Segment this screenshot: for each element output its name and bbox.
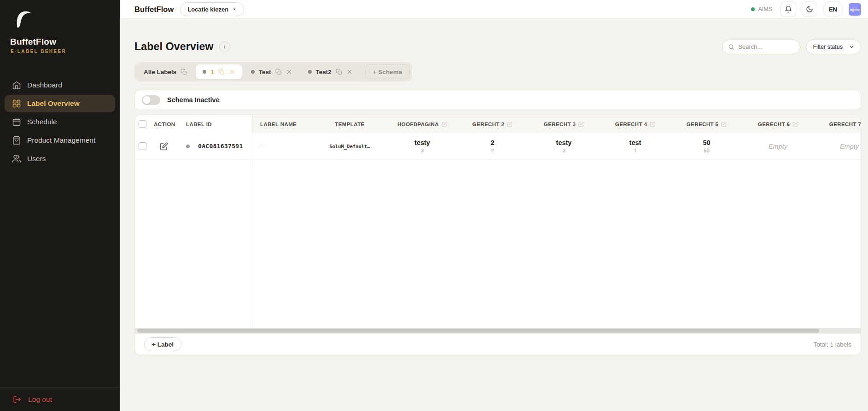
logout-button[interactable]: Log out	[0, 387, 120, 411]
location-picker-label: Locatie kiezen	[187, 6, 228, 13]
sidebar-item-dashboard[interactable]: Dashboard	[5, 76, 115, 94]
sidebar-item-schedule[interactable]: Schedule	[5, 113, 115, 131]
bell-icon	[785, 6, 792, 13]
tab-schema-1[interactable]: 1	[196, 64, 242, 79]
cell-main-value: testy	[414, 139, 430, 146]
gerecht6-cell[interactable]: Empty	[769, 143, 787, 150]
tab-label: 1	[210, 69, 214, 75]
cell-main-value: testy	[556, 139, 572, 146]
gerecht7-cell[interactable]: Empty	[840, 143, 859, 150]
dark-mode-toggle-button[interactable]	[802, 1, 817, 17]
tab-alle-labels[interactable]: Alle Labels	[137, 64, 194, 79]
column-header-gerecht-6: GERECHT 6	[758, 122, 790, 127]
table-footer: + Label Total: 1 labels	[135, 334, 861, 355]
tab-schema-test[interactable]: Test	[244, 64, 299, 79]
close-icon[interactable]	[286, 69, 292, 75]
tab-label: Alle Labels	[144, 69, 176, 75]
schema-toggle-switch[interactable]	[142, 95, 160, 105]
page-title: Label Overview	[134, 41, 214, 53]
users-icon	[12, 154, 21, 163]
sidebar-item-label: Label Overview	[27, 99, 80, 108]
schema-toggle-label: Schema Inactive	[167, 96, 220, 104]
table-header-row: ACTION LABEL ID LABEL NAME TEMPLATE HOOF…	[135, 115, 861, 133]
brand-logo-icon	[12, 8, 33, 30]
brand-tagline: E-LABEL BEHEER	[11, 49, 66, 54]
label-tabs: Alle Labels 1 Test Test2	[134, 62, 412, 81]
edit-column-icon[interactable]	[507, 122, 513, 127]
sidebar-item-users[interactable]: Users	[5, 150, 115, 168]
moon-icon	[806, 6, 813, 13]
calendar-icon	[12, 117, 21, 127]
sidebar-item-product-management[interactable]: Product Management	[5, 132, 115, 149]
close-icon[interactable]	[229, 69, 235, 75]
sidebar: BuffetFlow E-LABEL BEHEER Dashboard Labe…	[0, 0, 120, 411]
copy-icon[interactable]	[218, 69, 225, 75]
total-labels-count: Total: 1 labels	[813, 341, 851, 348]
close-icon[interactable]	[346, 69, 353, 75]
column-header-label-name: LABEL NAME	[260, 122, 297, 127]
search-icon	[728, 44, 734, 50]
sidebar-item-label: Dashboard	[27, 81, 62, 89]
content-area: Label Overview i Filter status Alle Labe…	[120, 19, 868, 411]
sidebar-item-label: Product Management	[27, 136, 95, 145]
topbar-actions: AIMS EN agmo	[751, 1, 861, 17]
add-label-button[interactable]: + Label	[144, 337, 181, 351]
label-name-value: –	[260, 143, 264, 150]
tab-schema-test2[interactable]: Test2	[301, 64, 360, 79]
brand-name: BuffetFlow	[10, 37, 56, 47]
notifications-button[interactable]	[781, 1, 796, 17]
column-header-gerecht-4: GERECHT 4	[615, 122, 647, 127]
column-header-hoofdpagina: HOOFDPAGINA	[397, 122, 439, 127]
title-row: Label Overview i Filter status	[134, 39, 861, 54]
tab-label: Test2	[316, 69, 332, 75]
label-id-value: 0AC081637591	[198, 143, 243, 150]
edit-column-icon[interactable]	[721, 122, 727, 127]
location-picker-button[interactable]: Locatie kiezen	[180, 2, 244, 16]
copy-icon[interactable]	[181, 69, 187, 75]
row-checkbox[interactable]	[139, 142, 146, 150]
scrollbar-thumb[interactable]	[137, 329, 819, 333]
labels-table-card: ACTION LABEL ID LABEL NAME TEMPLATE HOOF…	[134, 115, 861, 355]
edit-column-icon[interactable]	[578, 122, 584, 127]
table-row[interactable]: 0AC081637591 – SoluM_Default… testy 3 2	[135, 133, 861, 160]
table-scroll-area: ACTION LABEL ID LABEL NAME TEMPLATE HOOF…	[135, 115, 861, 328]
gerecht4-cell[interactable]: test 1	[629, 139, 641, 153]
cell-sub-value: 2	[491, 148, 494, 153]
filter-status-select[interactable]: Filter status	[806, 40, 861, 54]
edit-column-icon[interactable]	[792, 122, 798, 127]
search-input[interactable]	[738, 43, 794, 50]
vendor-logo-badge[interactable]: agmo	[849, 3, 861, 16]
info-button[interactable]: i	[219, 41, 230, 52]
column-header-gerecht-5: GERECHT 5	[687, 122, 718, 127]
gerecht2-cell[interactable]: 2 2	[490, 139, 494, 153]
column-header-template: TEMPLATE	[335, 122, 364, 127]
edit-row-icon[interactable]	[160, 142, 168, 151]
hoofdpagina-cell[interactable]: testy 3	[414, 139, 430, 153]
horizontal-scrollbar[interactable]	[135, 328, 861, 334]
table-empty-space	[135, 160, 861, 328]
chevron-down-icon	[849, 44, 854, 49]
grid-icon	[12, 99, 21, 108]
select-all-checkbox[interactable]	[139, 120, 146, 128]
topbar: BuffetFlow Locatie kiezen AIMS EN agmo	[120, 0, 868, 19]
toggle-knob	[143, 96, 151, 104]
row-sticky-left: 0AC081637591	[135, 133, 252, 159]
gerecht5-cell[interactable]: 50 50	[703, 139, 710, 153]
cell-sub-value: 3	[421, 148, 424, 153]
copy-icon[interactable]	[275, 69, 282, 75]
copy-icon[interactable]	[336, 69, 342, 75]
tabs-row: Alle Labels 1 Test Test2	[134, 54, 861, 81]
app-title: BuffetFlow	[134, 5, 174, 14]
column-header-gerecht-2: GERECHT 2	[472, 122, 504, 127]
schema-toggle-card: Schema Inactive	[134, 90, 861, 110]
edit-column-icon[interactable]	[650, 122, 655, 127]
shopping-bag-icon	[12, 136, 21, 145]
add-schema-button[interactable]: + Schema	[365, 64, 410, 79]
gerecht3-cell[interactable]: testy 3	[556, 139, 572, 153]
language-button[interactable]: EN	[823, 1, 843, 17]
home-icon	[12, 81, 21, 90]
edit-column-icon[interactable]	[442, 122, 447, 127]
sidebar-item-label-overview[interactable]: Label Overview	[5, 95, 115, 112]
tab-status-dot-icon	[203, 70, 206, 74]
tab-status-dot-icon	[308, 70, 312, 74]
